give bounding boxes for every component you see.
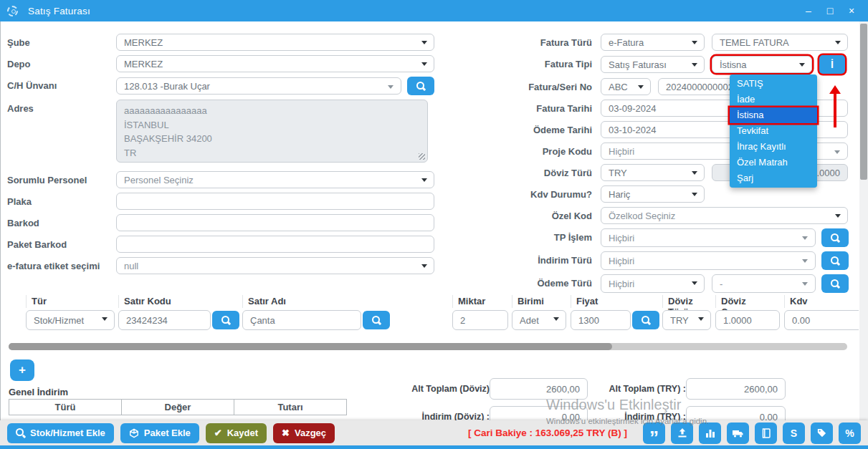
sorumlu-personel-select[interactable]: Personel Seçiniz (116, 171, 434, 188)
ch-unvani-select[interactable]: 128.013 -Burak Uçar (116, 77, 401, 95)
tag-icon (816, 428, 827, 438)
search-icon (831, 256, 840, 266)
line-fiyat-input[interactable]: 1300 (571, 310, 631, 330)
percent-icon: % (845, 428, 854, 439)
line-satir-kodu-search-button[interactable] (212, 311, 239, 329)
line-doviz-carpani-input[interactable]: 1.0000 (715, 310, 780, 330)
col-header: Tür (26, 295, 115, 308)
line-kdv-input[interactable]: 0.00 (784, 310, 859, 330)
maximize-button[interactable]: □ (821, 3, 839, 19)
dropdown-option[interactable]: SATIŞ (730, 76, 817, 92)
dropdown-option[interactable]: İade (730, 92, 817, 107)
odeme-turu-select[interactable]: Hiçbiri (601, 274, 705, 293)
horizontal-scrollbar-thumb[interactable] (9, 343, 612, 350)
doviz-turu-select[interactable]: TRY (601, 164, 705, 181)
tp-islem-search-button[interactable] (821, 228, 849, 247)
stok-hizmet-ekle-button[interactable]: Stok/Hizmet Ekle (7, 423, 114, 443)
close-button[interactable]: × (842, 3, 861, 19)
s-button[interactable]: S (783, 423, 805, 444)
fatura-tipi-select[interactable]: Satış Faturası (601, 56, 705, 73)
efatura-etiket-label: e-fatura etiket seçimi (7, 257, 116, 271)
report-button[interactable] (699, 423, 721, 444)
efatura-etiket-select[interactable]: null (116, 257, 434, 274)
barkod-label: Barkod (7, 214, 116, 228)
kaydet-button[interactable]: ✔ Kaydet (206, 423, 267, 443)
odeme-turu-search-button[interactable] (821, 274, 849, 293)
line-miktar-input[interactable]: 2 (452, 310, 508, 330)
shipping-button[interactable] (727, 423, 749, 444)
search-icon (831, 279, 840, 289)
line-satir-adi-input[interactable]: Çanta (242, 310, 361, 330)
fatura-senaryo-select[interactable]: TEMEL FATURA (712, 34, 848, 51)
alt-toplam-try-value: 2600,00 (686, 378, 786, 400)
seri-select[interactable]: ABC (601, 78, 651, 95)
info-button[interactable]: İ (819, 55, 845, 74)
ch-unvani-search-button[interactable] (407, 77, 434, 95)
cari-bakiye-text: [ Cari Bakiye : 163.069,25 TRY (B) ] (468, 428, 627, 438)
upload-icon (677, 428, 688, 439)
package-icon (129, 428, 139, 438)
indirim-turu-select[interactable]: Hiçbiri (601, 251, 816, 270)
add-line-button[interactable]: + (10, 359, 34, 381)
paket-barkod-input[interactable] (116, 236, 434, 253)
fatura-turu-select[interactable]: e-Fatura (601, 34, 705, 51)
upload-button[interactable] (671, 423, 693, 444)
paket-ekle-button[interactable]: Paket Ekle (120, 423, 199, 443)
left-form: Şube MERKEZ Depo MERKEZ C/H Ünvanı 128.0… (7, 34, 434, 279)
line-tur-select[interactable]: Stok/Hizmet (26, 310, 115, 330)
col-header: Döviz Türü (662, 295, 711, 308)
tag-button[interactable] (811, 423, 833, 444)
barkod-input[interactable] (116, 214, 434, 231)
invoice-lines-header: Tür Satır Kodu Satır Adı Miktar Birimi F… (6, 295, 859, 308)
indirim-turu-search-button[interactable] (821, 251, 849, 270)
vazgec-label: Vazgeç (295, 428, 326, 438)
tp-islem-select[interactable]: Hiçbiri (601, 228, 816, 247)
dropdown-option[interactable]: Şarj (730, 170, 817, 186)
dropdown-option[interactable]: Özel Matrah (730, 155, 817, 170)
line-birimi-select[interactable]: Adet (512, 310, 566, 330)
col-header: Fiyat (571, 295, 659, 308)
ozel-kod-label: Özel Kod (437, 207, 601, 221)
adres-textarea[interactable]: aaaaaaaaaaaaaaaa İSTANBUL BAŞAKŞEHİR 342… (116, 100, 428, 163)
genel-indirim-table: Türü Değer Tutarı (9, 399, 347, 415)
dropdown-option-selected[interactable]: İstisna (730, 107, 817, 123)
x-icon: ✖ (282, 428, 290, 438)
odeme-turu-label: Ödeme Türü (437, 274, 601, 289)
dropdown-option[interactable]: Tevkifat (730, 123, 817, 139)
line-satir-kodu-input[interactable]: 23424234 (118, 310, 211, 330)
line-doviz-turu-select[interactable]: TRY (662, 310, 711, 330)
kaydet-label: Kaydet (227, 428, 258, 438)
search-icon (831, 233, 840, 243)
ledger-button[interactable] (755, 423, 777, 444)
fatura-turu-label: Fatura Türü (437, 34, 601, 48)
ch-unvani-label: C/H Ünvanı (7, 77, 116, 91)
vertical-scrollbar[interactable] (859, 21, 868, 420)
plaka-input[interactable] (116, 193, 434, 210)
bar-chart-icon (705, 428, 716, 439)
depo-label: Depo (7, 55, 116, 69)
percent-button[interactable]: % (839, 423, 861, 444)
fatura-tipi-label: Fatura Tipi (437, 55, 601, 69)
vazgec-button[interactable]: ✖ Vazgeç (273, 423, 335, 443)
paket-ekle-label: Paket Ekle (144, 428, 191, 438)
sube-select[interactable]: MERKEZ (116, 34, 434, 51)
minimize-button[interactable]: – (799, 3, 818, 19)
footer-bar: Stok/Hizmet Ekle Paket Ekle ✔ Kaydet ✖ V… (0, 420, 868, 449)
line-satir-adi-search-button[interactable] (363, 311, 390, 329)
fatura-seri-no-label: Fatura/Seri No (437, 78, 601, 92)
ozel-kod-select[interactable]: Özelkod Seçiniz (601, 207, 848, 224)
kdv-durumu-select[interactable]: Hariç (601, 185, 705, 203)
odeme-detay-select[interactable]: - (712, 274, 816, 293)
horizontal-scrollbar[interactable] (9, 343, 847, 350)
dropdown-option[interactable]: İhraç Kayıtlı (730, 139, 817, 155)
annotation-arrow (834, 87, 836, 127)
kdv-durumu-label: Kdv Durumu? (437, 185, 601, 200)
fatura-alt-tipi-select[interactable]: İstisna (712, 56, 812, 73)
vertical-scrollbar-thumb[interactable] (860, 24, 867, 180)
depo-select[interactable]: MERKEZ (116, 55, 434, 72)
search-icon (642, 316, 651, 325)
quote-button[interactable]: ” (643, 423, 665, 444)
line-fiyat-search-button[interactable] (632, 311, 659, 329)
quote-icon: ” (649, 425, 659, 441)
gi-col-header: Türü (9, 400, 122, 415)
